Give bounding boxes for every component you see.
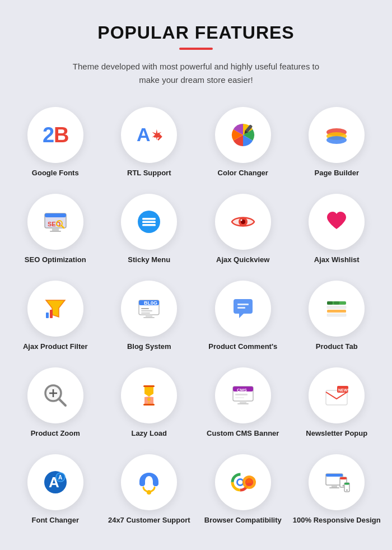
feature-product-zoom: Product Zoom	[11, 367, 100, 439]
svg-text:A: A	[58, 474, 62, 481]
features-grid: 2 B Google Fonts A ✶ RTL Support	[11, 107, 381, 525]
feature-google-fonts: 2 B Google Fonts	[11, 107, 100, 178]
svg-text:✶: ✶	[151, 127, 163, 143]
feature-label-custom-cms-banner: Custom CMS Banner	[207, 429, 279, 439]
feature-label-browser-compatibility: Browser Compatibility	[204, 516, 282, 525]
feature-icon-custom-cms-banner: CMS	[215, 367, 271, 423]
feature-icon-lazy-load	[121, 367, 177, 423]
feature-icon-ajax-quickview	[215, 194, 271, 250]
feature-color-changer: Color Changer	[199, 107, 287, 178]
feature-label-blog-system: Blog System	[127, 342, 171, 352]
feature-label-product-comments: Product Comment's	[208, 342, 277, 352]
feature-icon-responsive-design	[309, 454, 365, 510]
feature-label-google-fonts: Google Fonts	[32, 169, 79, 178]
feature-label-color-changer: Color Changer	[218, 169, 268, 178]
feature-icon-blog-system: BL0G	[121, 281, 177, 337]
svg-rect-31	[141, 308, 149, 309]
svg-text:BL0G: BL0G	[144, 300, 157, 306]
svg-text:A: A	[137, 124, 151, 145]
feature-icon-browser-compatibility	[215, 454, 271, 510]
feature-product-tab: Product Tab	[293, 281, 381, 352]
svg-rect-57	[240, 401, 246, 403]
feature-icon-color-changer	[215, 107, 271, 163]
svg-rect-21	[142, 224, 156, 226]
feature-label-ajax-wishlist: Ajax Wishlist	[314, 255, 360, 265]
feature-icon-ajax-wishlist	[309, 194, 365, 250]
svg-rect-33	[141, 313, 150, 314]
feature-responsive-design: 100% Responsive Design	[293, 454, 381, 525]
feature-icon-newsletter-popup: NEWS	[309, 367, 365, 423]
feature-label-product-zoom: Product Zoom	[31, 429, 80, 439]
feature-label-responsive-design: 100% Responsive Design	[293, 516, 381, 525]
svg-rect-41	[327, 314, 346, 316]
feature-icon-sticky-menu	[121, 194, 177, 250]
feature-customer-support: 24x7 Customer Support	[105, 454, 194, 525]
feature-label-newsletter-popup: Newsletter Popup	[306, 429, 367, 439]
feature-ajax-quickview: Ajax Quickview	[199, 194, 287, 265]
feature-icon-page-builder	[309, 107, 365, 163]
feature-icon-ajax-product-filter	[27, 281, 83, 337]
feature-label-product-tab: Product Tab	[316, 342, 358, 352]
svg-rect-13	[52, 228, 59, 231]
svg-rect-36	[237, 304, 249, 305]
feature-icon-product-comments	[215, 281, 271, 337]
svg-rect-48	[143, 385, 155, 387]
feature-sticky-menu: Sticky Menu	[105, 194, 194, 265]
feature-icon-product-tab	[309, 281, 365, 337]
feature-icon-rtl-support: A ✶	[121, 107, 177, 163]
svg-rect-40	[327, 310, 346, 313]
svg-rect-39	[327, 306, 346, 309]
feature-seo-optimization: SEO SEO Optimization	[11, 194, 100, 265]
svg-rect-76	[326, 474, 343, 477]
feature-product-comments: Product Comment's	[199, 281, 287, 352]
feature-label-customer-support: 24x7 Customer Support	[108, 516, 190, 525]
svg-rect-27	[50, 310, 53, 318]
svg-rect-78	[329, 487, 339, 488]
svg-rect-80	[340, 477, 347, 479]
svg-rect-37	[237, 307, 245, 309]
feature-icon-product-zoom	[27, 367, 83, 423]
svg-rect-34	[146, 315, 152, 317]
svg-text:CMS: CMS	[237, 388, 247, 393]
svg-rect-32	[141, 310, 152, 311]
svg-rect-26	[46, 313, 49, 318]
svg-point-66	[147, 490, 151, 495]
svg-marker-25	[46, 300, 65, 317]
svg-rect-55	[235, 394, 248, 395]
feature-blog-system: BL0G Blog System	[105, 281, 194, 352]
svg-rect-83	[344, 483, 349, 485]
feature-browser-compatibility: Browser Compatibility	[199, 454, 287, 525]
feature-icon-seo-optimization: SEO	[27, 194, 83, 250]
feature-icon-google-fonts: 2 B	[27, 107, 83, 163]
svg-text:B: B	[54, 123, 69, 147]
svg-point-10	[326, 136, 347, 144]
svg-rect-42	[327, 301, 333, 305]
feature-label-lazy-load: Lazy Load	[131, 429, 167, 439]
subtitle: Theme developed with most powerful and h…	[62, 60, 330, 87]
feature-newsletter-popup: NEWS Newsletter Popup	[293, 367, 381, 439]
feature-custom-cms-banner: CMS Custom CMS Banner	[199, 367, 287, 439]
svg-text:2: 2	[43, 123, 54, 147]
svg-rect-49	[143, 404, 155, 405]
svg-rect-14	[50, 231, 61, 232]
feature-label-font-changer: Font Changer	[32, 516, 80, 525]
feature-label-ajax-quickview: Ajax Quickview	[216, 255, 269, 265]
svg-line-45	[59, 399, 66, 405]
svg-rect-58	[237, 403, 249, 404]
svg-rect-56	[235, 397, 244, 398]
feature-page-builder: Page Builder	[293, 107, 381, 178]
feature-icon-customer-support	[121, 454, 177, 510]
feature-font-changer: A A Font Changer	[11, 454, 100, 525]
svg-rect-19	[142, 218, 156, 220]
page-title: POPULAR FEATURES	[97, 22, 294, 43]
feature-icon-font-changer: A A	[27, 454, 83, 510]
svg-rect-12	[45, 213, 66, 217]
feature-ajax-product-filter: Ajax Product Filter	[11, 281, 100, 352]
feature-label-seo-optimization: SEO Optimization	[25, 255, 86, 265]
svg-point-24	[240, 219, 242, 221]
feature-rtl-support: A ✶ RTL Support	[105, 107, 194, 178]
svg-rect-77	[332, 485, 337, 487]
svg-point-84	[346, 489, 348, 491]
svg-point-51	[148, 402, 150, 404]
svg-point-72	[238, 480, 242, 484]
